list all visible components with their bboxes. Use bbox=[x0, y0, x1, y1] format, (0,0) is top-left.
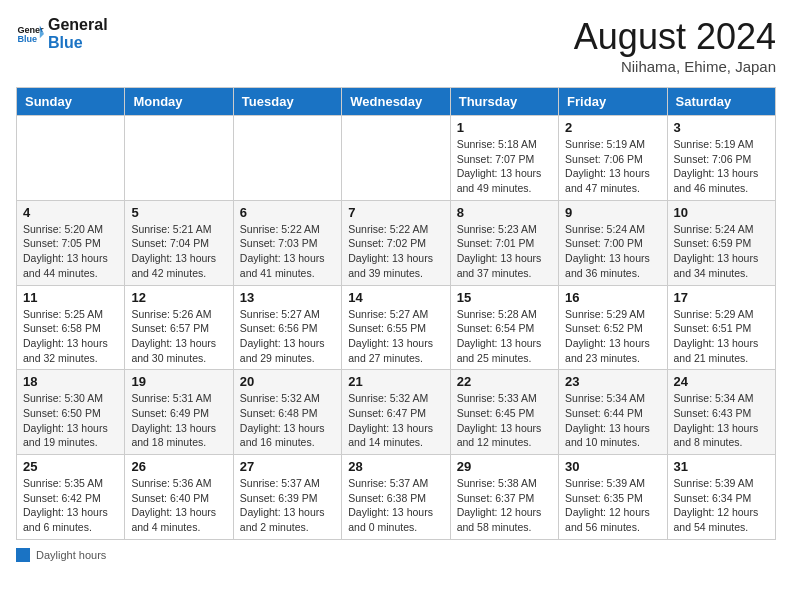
day-number: 17 bbox=[674, 290, 769, 305]
page-header: General Blue General Blue August 2024 Ni… bbox=[16, 16, 776, 75]
calendar-cell: 4Sunrise: 5:20 AM Sunset: 7:05 PM Daylig… bbox=[17, 200, 125, 285]
calendar-table: SundayMondayTuesdayWednesdayThursdayFrid… bbox=[16, 87, 776, 540]
day-detail: Sunrise: 5:23 AM Sunset: 7:01 PM Dayligh… bbox=[457, 222, 552, 281]
calendar-cell: 8Sunrise: 5:23 AM Sunset: 7:01 PM Daylig… bbox=[450, 200, 558, 285]
day-detail: Sunrise: 5:30 AM Sunset: 6:50 PM Dayligh… bbox=[23, 391, 118, 450]
calendar-cell: 29Sunrise: 5:38 AM Sunset: 6:37 PM Dayli… bbox=[450, 455, 558, 540]
calendar-header-row: SundayMondayTuesdayWednesdayThursdayFrid… bbox=[17, 88, 776, 116]
calendar-cell: 21Sunrise: 5:32 AM Sunset: 6:47 PM Dayli… bbox=[342, 370, 450, 455]
calendar-cell: 5Sunrise: 5:21 AM Sunset: 7:04 PM Daylig… bbox=[125, 200, 233, 285]
day-number: 24 bbox=[674, 374, 769, 389]
day-number: 29 bbox=[457, 459, 552, 474]
day-detail: Sunrise: 5:19 AM Sunset: 7:06 PM Dayligh… bbox=[674, 137, 769, 196]
day-detail: Sunrise: 5:37 AM Sunset: 6:39 PM Dayligh… bbox=[240, 476, 335, 535]
day-number: 23 bbox=[565, 374, 660, 389]
calendar-header-saturday: Saturday bbox=[667, 88, 775, 116]
day-detail: Sunrise: 5:32 AM Sunset: 6:48 PM Dayligh… bbox=[240, 391, 335, 450]
calendar-cell: 25Sunrise: 5:35 AM Sunset: 6:42 PM Dayli… bbox=[17, 455, 125, 540]
day-number: 2 bbox=[565, 120, 660, 135]
calendar-cell: 9Sunrise: 5:24 AM Sunset: 7:00 PM Daylig… bbox=[559, 200, 667, 285]
calendar-week-row: 18Sunrise: 5:30 AM Sunset: 6:50 PM Dayli… bbox=[17, 370, 776, 455]
calendar-cell bbox=[342, 116, 450, 201]
day-detail: Sunrise: 5:37 AM Sunset: 6:38 PM Dayligh… bbox=[348, 476, 443, 535]
logo-icon: General Blue bbox=[16, 20, 44, 48]
day-number: 11 bbox=[23, 290, 118, 305]
day-number: 30 bbox=[565, 459, 660, 474]
day-number: 4 bbox=[23, 205, 118, 220]
day-detail: Sunrise: 5:24 AM Sunset: 7:00 PM Dayligh… bbox=[565, 222, 660, 281]
day-detail: Sunrise: 5:20 AM Sunset: 7:05 PM Dayligh… bbox=[23, 222, 118, 281]
day-detail: Sunrise: 5:27 AM Sunset: 6:55 PM Dayligh… bbox=[348, 307, 443, 366]
day-number: 19 bbox=[131, 374, 226, 389]
calendar-header-thursday: Thursday bbox=[450, 88, 558, 116]
day-detail: Sunrise: 5:36 AM Sunset: 6:40 PM Dayligh… bbox=[131, 476, 226, 535]
calendar-cell: 19Sunrise: 5:31 AM Sunset: 6:49 PM Dayli… bbox=[125, 370, 233, 455]
daylight-legend-box bbox=[16, 548, 30, 562]
calendar-cell bbox=[17, 116, 125, 201]
day-number: 27 bbox=[240, 459, 335, 474]
calendar-week-row: 1Sunrise: 5:18 AM Sunset: 7:07 PM Daylig… bbox=[17, 116, 776, 201]
day-number: 1 bbox=[457, 120, 552, 135]
day-detail: Sunrise: 5:24 AM Sunset: 6:59 PM Dayligh… bbox=[674, 222, 769, 281]
calendar-cell: 15Sunrise: 5:28 AM Sunset: 6:54 PM Dayli… bbox=[450, 285, 558, 370]
footer: Daylight hours bbox=[16, 548, 776, 562]
location-title: Niihama, Ehime, Japan bbox=[574, 58, 776, 75]
day-detail: Sunrise: 5:32 AM Sunset: 6:47 PM Dayligh… bbox=[348, 391, 443, 450]
calendar-cell: 23Sunrise: 5:34 AM Sunset: 6:44 PM Dayli… bbox=[559, 370, 667, 455]
day-detail: Sunrise: 5:18 AM Sunset: 7:07 PM Dayligh… bbox=[457, 137, 552, 196]
day-detail: Sunrise: 5:39 AM Sunset: 6:34 PM Dayligh… bbox=[674, 476, 769, 535]
day-detail: Sunrise: 5:22 AM Sunset: 7:03 PM Dayligh… bbox=[240, 222, 335, 281]
day-number: 5 bbox=[131, 205, 226, 220]
calendar-cell: 2Sunrise: 5:19 AM Sunset: 7:06 PM Daylig… bbox=[559, 116, 667, 201]
calendar-cell: 11Sunrise: 5:25 AM Sunset: 6:58 PM Dayli… bbox=[17, 285, 125, 370]
day-number: 3 bbox=[674, 120, 769, 135]
logo-text-general: General bbox=[48, 16, 108, 34]
daylight-legend-label: Daylight hours bbox=[36, 549, 106, 561]
day-detail: Sunrise: 5:31 AM Sunset: 6:49 PM Dayligh… bbox=[131, 391, 226, 450]
day-number: 26 bbox=[131, 459, 226, 474]
calendar-cell: 28Sunrise: 5:37 AM Sunset: 6:38 PM Dayli… bbox=[342, 455, 450, 540]
calendar-cell: 12Sunrise: 5:26 AM Sunset: 6:57 PM Dayli… bbox=[125, 285, 233, 370]
day-detail: Sunrise: 5:22 AM Sunset: 7:02 PM Dayligh… bbox=[348, 222, 443, 281]
day-detail: Sunrise: 5:29 AM Sunset: 6:51 PM Dayligh… bbox=[674, 307, 769, 366]
calendar-header-tuesday: Tuesday bbox=[233, 88, 341, 116]
calendar-cell: 30Sunrise: 5:39 AM Sunset: 6:35 PM Dayli… bbox=[559, 455, 667, 540]
day-number: 25 bbox=[23, 459, 118, 474]
calendar-cell: 13Sunrise: 5:27 AM Sunset: 6:56 PM Dayli… bbox=[233, 285, 341, 370]
day-number: 14 bbox=[348, 290, 443, 305]
day-number: 8 bbox=[457, 205, 552, 220]
day-number: 12 bbox=[131, 290, 226, 305]
day-detail: Sunrise: 5:21 AM Sunset: 7:04 PM Dayligh… bbox=[131, 222, 226, 281]
day-detail: Sunrise: 5:29 AM Sunset: 6:52 PM Dayligh… bbox=[565, 307, 660, 366]
calendar-cell: 18Sunrise: 5:30 AM Sunset: 6:50 PM Dayli… bbox=[17, 370, 125, 455]
calendar-cell: 24Sunrise: 5:34 AM Sunset: 6:43 PM Dayli… bbox=[667, 370, 775, 455]
day-number: 6 bbox=[240, 205, 335, 220]
title-block: August 2024 Niihama, Ehime, Japan bbox=[574, 16, 776, 75]
day-detail: Sunrise: 5:39 AM Sunset: 6:35 PM Dayligh… bbox=[565, 476, 660, 535]
day-number: 16 bbox=[565, 290, 660, 305]
day-number: 20 bbox=[240, 374, 335, 389]
day-detail: Sunrise: 5:25 AM Sunset: 6:58 PM Dayligh… bbox=[23, 307, 118, 366]
day-number: 13 bbox=[240, 290, 335, 305]
day-detail: Sunrise: 5:34 AM Sunset: 6:43 PM Dayligh… bbox=[674, 391, 769, 450]
calendar-cell: 16Sunrise: 5:29 AM Sunset: 6:52 PM Dayli… bbox=[559, 285, 667, 370]
calendar-header-sunday: Sunday bbox=[17, 88, 125, 116]
svg-text:Blue: Blue bbox=[17, 34, 37, 44]
day-number: 18 bbox=[23, 374, 118, 389]
calendar-cell: 7Sunrise: 5:22 AM Sunset: 7:02 PM Daylig… bbox=[342, 200, 450, 285]
day-number: 15 bbox=[457, 290, 552, 305]
calendar-cell: 27Sunrise: 5:37 AM Sunset: 6:39 PM Dayli… bbox=[233, 455, 341, 540]
calendar-cell: 20Sunrise: 5:32 AM Sunset: 6:48 PM Dayli… bbox=[233, 370, 341, 455]
calendar-cell: 17Sunrise: 5:29 AM Sunset: 6:51 PM Dayli… bbox=[667, 285, 775, 370]
calendar-cell: 1Sunrise: 5:18 AM Sunset: 7:07 PM Daylig… bbox=[450, 116, 558, 201]
day-number: 21 bbox=[348, 374, 443, 389]
day-number: 22 bbox=[457, 374, 552, 389]
day-detail: Sunrise: 5:28 AM Sunset: 6:54 PM Dayligh… bbox=[457, 307, 552, 366]
calendar-cell: 3Sunrise: 5:19 AM Sunset: 7:06 PM Daylig… bbox=[667, 116, 775, 201]
calendar-cell: 14Sunrise: 5:27 AM Sunset: 6:55 PM Dayli… bbox=[342, 285, 450, 370]
calendar-cell: 31Sunrise: 5:39 AM Sunset: 6:34 PM Dayli… bbox=[667, 455, 775, 540]
calendar-cell bbox=[125, 116, 233, 201]
day-detail: Sunrise: 5:27 AM Sunset: 6:56 PM Dayligh… bbox=[240, 307, 335, 366]
month-title: August 2024 bbox=[574, 16, 776, 58]
calendar-cell bbox=[233, 116, 341, 201]
